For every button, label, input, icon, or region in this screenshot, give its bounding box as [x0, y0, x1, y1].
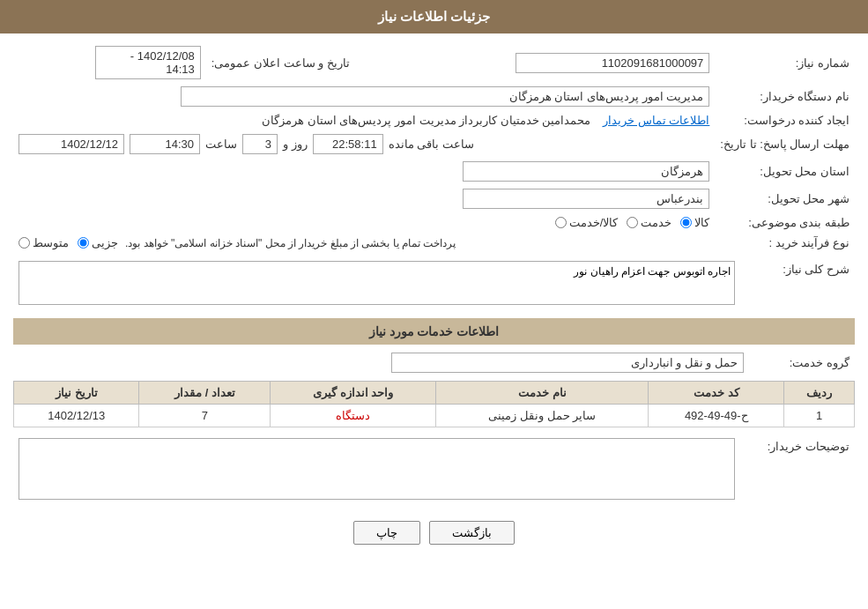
tosihaat-value-cell [13, 434, 740, 506]
tabaqe-label: طبقه بندی موضوعی: [715, 212, 855, 233]
farayand-note: پرداخت تمام یا بخشی از مبلغ خریدار از مح… [125, 237, 456, 249]
page-header: جزئیات اطلاعات نیاز [0, 0, 868, 33]
col-vahed: واحد اندازه گیری [271, 382, 436, 405]
ostan-value: هرمزگان [13, 158, 715, 185]
grohe-value-cell: حمل و نقل و انبارداری [13, 349, 749, 376]
date-box: 1402/12/12 [19, 134, 124, 154]
nam-dastgah-value: مدیریت امور پردیس‌های استان هرمزگان [13, 83, 715, 110]
shomare-niaz-label: شماره نیاز: [715, 42, 855, 83]
grohe-table: گروه خدمت: حمل و نقل و انبارداری [13, 349, 855, 376]
services-table: ردیف کد خدمت نام خدمت واحد اندازه گیری ت… [13, 381, 855, 427]
tabaqe-radios: کالا/خدمت خدمت کالا [13, 212, 715, 233]
shahr-box: بندرعباس [463, 189, 709, 209]
ijad-konande-text: محمدامین خدمتیان کاربرداز مدیریت امور پر… [262, 114, 590, 127]
roz-label: روز و [283, 137, 308, 151]
tabaqe-kala-radio[interactable] [680, 217, 692, 228]
tabaqe-khedmat-label: خدمت [641, 216, 671, 229]
mohlat-label: مهلت ارسال پاسخ: تا تاریخ: [715, 130, 855, 158]
remaining-box: 22:58:11 [313, 134, 383, 154]
tabaqe-khedmat-radio[interactable] [627, 217, 638, 228]
col-tarikh: تاریخ نیاز [14, 382, 139, 405]
info-table: شماره نیاز: 1102091681000097 تاریخ و ساع… [13, 42, 855, 253]
tabaqe-kala-item: کالا [680, 216, 709, 229]
saat-box: 14:30 [130, 134, 200, 154]
farayand-motavasset-item: متوسط [19, 236, 69, 249]
contact-link[interactable]: اطلاعات تماس خریدار [603, 114, 709, 127]
tabaqe-kala-khedmat-label: کالا/خدمت [569, 216, 619, 229]
farayand-jozvi-label: جزیی [92, 236, 118, 249]
page-title: جزئیات اطلاعات نیاز [378, 9, 490, 24]
bottom-buttons: بازگشت چاپ [13, 510, 855, 552]
no-farayand-value: پرداخت تمام یا بخشی از مبلغ خریدار از مح… [13, 233, 715, 253]
roz-box: 3 [242, 134, 278, 154]
farayand-motavasset-label: متوسط [33, 236, 69, 249]
shomare-niaz-box: 1102091681000097 [516, 53, 709, 73]
col-radif: ردیف [784, 382, 855, 405]
table-row: 1ح-49-49-492سایر حمل ونقل زمینیدستگاه714… [14, 405, 855, 427]
ijad-konande-label: ایجاد کننده درخواست: [715, 110, 855, 130]
tosihaat-textarea[interactable] [19, 438, 735, 500]
ostan-box: هرمزگان [463, 161, 709, 182]
tabaqe-kala-khedmat-radio[interactable] [555, 217, 567, 228]
tarikh-label: تاریخ و ساعت اعلان عمومی: [206, 42, 376, 83]
grohe-box: حمل و نقل و انبارداری [391, 353, 744, 373]
print-button[interactable]: چاپ [353, 521, 420, 545]
back-button[interactable]: بازگشت [429, 521, 515, 545]
sharh-textarea[interactable] [19, 261, 735, 305]
col-kod: کد خدمت [649, 382, 784, 405]
ijad-konande-value: اطلاعات تماس خریدار محمدامین خدمتیان کار… [13, 110, 715, 130]
saat-label: ساعت [205, 137, 237, 151]
tosihaat-label: توضیحات خریدار: [740, 434, 855, 506]
col-tedad: تعداد / مقدار [139, 382, 271, 405]
ostan-label: استان محل تحویل: [715, 158, 855, 185]
col-name: نام خدمت [436, 382, 649, 405]
no-farayand-label: نوع فرآیند خرید : [715, 233, 855, 253]
nam-dastgah-label: نام دستگاه خریدار: [715, 83, 855, 110]
tabaqe-kala-khedmat-item: کالا/خدمت [555, 216, 619, 229]
sharh-value-cell [13, 257, 740, 311]
services-header: اطلاعات خدمات مورد نیاز [13, 318, 855, 345]
shahr-value: بندرعباس [13, 185, 715, 212]
shahr-label: شهر محل تحویل: [715, 185, 855, 212]
farayand-jozvi-item: جزیی [78, 236, 118, 249]
grohe-label: گروه خدمت: [749, 349, 855, 376]
sharh-wrap [19, 261, 735, 308]
tabaqe-khedmat-item: خدمت [627, 216, 671, 229]
sharh-label: شرح کلی نیاز: [740, 257, 855, 311]
mohlat-value: ساعت باقی مانده 22:58:11 روز و 3 ساعت 14… [13, 130, 715, 158]
farayand-jozvi-radio[interactable] [78, 237, 89, 249]
tosihaat-section: توضیحات خریدار: [13, 434, 855, 506]
tabaqe-kala-label: کالا [694, 216, 709, 229]
remaining-label: ساعت باقی مانده [389, 137, 474, 151]
tarikh-value: 1402/12/08 - 14:13 [13, 42, 206, 83]
tarikh-box: 1402/12/08 - 14:13 [95, 46, 201, 79]
nam-dastgah-box: مدیریت امور پردیس‌های استان هرمزگان [181, 86, 709, 107]
sharh-section: شرح کلی نیاز: [13, 257, 855, 311]
farayand-motavasset-radio[interactable] [19, 237, 30, 249]
shomare-niaz-value: 1102091681000097 [376, 42, 715, 83]
